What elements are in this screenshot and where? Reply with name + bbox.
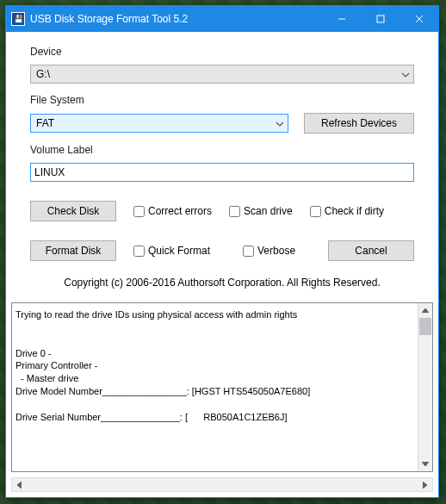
svg-marker-5 — [422, 462, 429, 466]
svg-rect-1 — [377, 16, 384, 22]
correct-errors-box[interactable] — [133, 206, 145, 217]
correct-errors-checkbox[interactable]: Correct errors — [133, 205, 212, 217]
scroll-right-icon[interactable] — [418, 478, 432, 491]
filesystem-selected: FAT — [36, 117, 54, 129]
refresh-devices-button[interactable]: Refresh Devices — [304, 113, 414, 134]
correct-errors-label: Correct errors — [148, 205, 212, 217]
scroll-left-icon[interactable] — [12, 478, 27, 491]
scroll-thumb[interactable] — [419, 318, 431, 335]
chevron-down-icon — [276, 117, 284, 129]
scroll-down-icon[interactable] — [418, 457, 432, 471]
svg-marker-4 — [422, 308, 429, 313]
chevron-down-icon — [401, 68, 410, 80]
verbose-label: Verbose — [257, 245, 295, 257]
format-disk-button[interactable]: Format Disk — [30, 240, 116, 261]
verbose-box[interactable] — [243, 246, 254, 257]
quick-format-label: Quick Format — [148, 245, 210, 257]
log-text: Trying to read the drive IDs using physi… — [12, 303, 418, 471]
maximize-icon — [376, 15, 385, 23]
device-select[interactable]: G:\ — [30, 65, 414, 84]
volume-label-label: Volume Label — [30, 144, 414, 156]
check-dirty-box[interactable] — [310, 206, 321, 217]
close-icon — [415, 15, 424, 23]
cancel-button[interactable]: Cancel — [328, 240, 414, 261]
scroll-up-icon[interactable] — [418, 303, 432, 318]
vertical-scrollbar[interactable] — [418, 303, 432, 471]
main-panel: Device G:\ File System FAT Refresh Devic… — [6, 32, 438, 302]
log-output: Trying to read the drive IDs using physi… — [11, 302, 433, 472]
copyright-text: Copyright (c) 2006-2016 Authorsoft Corpo… — [30, 277, 414, 289]
quick-format-checkbox[interactable]: Quick Format — [133, 245, 210, 257]
filesystem-label: File System — [30, 94, 414, 106]
app-window: 💾 USB Disk Storage Format Tool 5.2 Devic… — [5, 5, 439, 498]
svg-marker-6 — [17, 482, 22, 488]
device-selected: G:\ — [36, 68, 50, 80]
window-title: USB Disk Storage Format Tool 5.2 — [30, 13, 322, 25]
close-button[interactable] — [400, 6, 438, 32]
check-dirty-checkbox[interactable]: Check if dirty — [310, 205, 384, 217]
verbose-checkbox[interactable]: Verbose — [243, 245, 295, 257]
maximize-button[interactable] — [361, 6, 400, 32]
filesystem-select[interactable]: FAT — [30, 114, 288, 133]
horizontal-scrollbar[interactable] — [11, 477, 433, 492]
quick-format-box[interactable] — [133, 246, 145, 257]
svg-marker-7 — [423, 482, 427, 488]
check-dirty-label: Check if dirty — [325, 205, 384, 217]
volume-label-input[interactable] — [30, 163, 414, 182]
app-icon: 💾 — [11, 12, 25, 26]
minimize-icon — [338, 15, 346, 23]
scan-drive-checkbox[interactable]: Scan drive — [229, 205, 293, 217]
titlebar: 💾 USB Disk Storage Format Tool 5.2 — [6, 6, 438, 32]
device-label: Device — [30, 46, 414, 58]
minimize-button[interactable] — [322, 6, 361, 32]
scan-drive-label: Scan drive — [244, 205, 293, 217]
check-disk-button[interactable]: Check Disk — [30, 201, 116, 221]
scan-drive-box[interactable] — [229, 206, 240, 217]
